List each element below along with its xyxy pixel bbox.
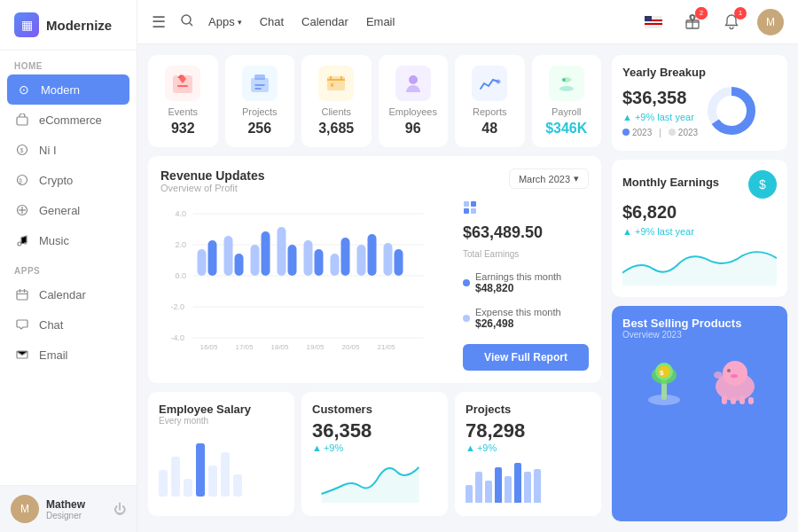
customers-value: 36,358: [312, 419, 437, 442]
user-role: Designer: [46, 511, 106, 520]
projects-icon: [242, 66, 278, 101]
svg-point-80: [731, 374, 738, 378]
revenue-total: $63,489.50: [463, 223, 589, 242]
clients-label: Clients: [321, 106, 351, 117]
nav-avatar[interactable]: M: [757, 9, 784, 35]
gift-icon[interactable]: 2 2: [679, 9, 706, 35]
date-filter[interactable]: March 2023 ▾: [509, 168, 589, 189]
search-icon[interactable]: [180, 13, 194, 31]
monthly-title: Monthly Earnings: [622, 176, 719, 189]
projects-stat-value: 78,298: [466, 419, 591, 442]
svg-rect-20: [645, 16, 652, 21]
events-label: Events: [168, 106, 198, 117]
topnav-chat[interactable]: Chat: [260, 15, 284, 28]
svg-rect-52: [315, 249, 324, 276]
payroll-value: $346K: [545, 121, 587, 137]
svg-text:21/05: 21/05: [378, 343, 396, 351]
sidebar-item-label: Chat: [39, 318, 63, 332]
best-selling-images: $: [622, 347, 777, 409]
projects-value: 256: [247, 121, 271, 137]
logout-button[interactable]: ⏻: [113, 502, 126, 516]
sidebar-item-label: Crypto: [39, 174, 73, 187]
yearly-title: Yearly Breakup: [622, 66, 777, 79]
sidebar-item-calendar[interactable]: Calendar: [0, 279, 137, 309]
modern-icon: ⊙: [16, 82, 32, 98]
view-report-button[interactable]: View Full Report: [463, 344, 589, 371]
projects-stat-title: Projects: [466, 403, 591, 416]
topnav-right: 2 2 1 M: [640, 9, 784, 35]
logo-icon: ▦: [14, 12, 39, 37]
svg-rect-66: [471, 201, 476, 207]
payroll-label: Payroll: [552, 106, 582, 117]
monthly-change: ▲ +9% last year: [622, 226, 777, 237]
revenue-title: Revenue Updates: [160, 168, 264, 183]
svg-text:2.0: 2.0: [176, 240, 187, 249]
svg-rect-50: [288, 245, 297, 276]
revenue-body: 4.0 2.0 0.0 -2.0 -4.0: [160, 200, 589, 371]
svg-rect-83: [739, 395, 745, 404]
sidebar-item-modern[interactable]: ⊙ Modern: [7, 74, 129, 105]
employee-salary-title: Employee Salary: [159, 403, 284, 416]
svg-point-15: [182, 15, 191, 24]
monthly-icon: $: [748, 170, 777, 199]
svg-rect-84: [748, 397, 754, 404]
product-piggy-icon: [704, 347, 766, 409]
sidebar-item-ecommerce[interactable]: eCommerce: [0, 105, 137, 135]
customers-card: Customers 36,358 ▲ +9%: [301, 392, 448, 516]
sidebar-item-email[interactable]: Email: [0, 340, 137, 370]
gift-badge: 2: [695, 7, 708, 20]
svg-rect-57: [384, 243, 393, 276]
sidebar-item-music[interactable]: Music: [0, 225, 137, 255]
sidebar-item-label: Modern: [41, 83, 80, 97]
yearly-breakup-card: Yearly Breakup $36,358 ▲ +9% last year 2…: [612, 55, 787, 151]
svg-point-85: [714, 372, 723, 379]
expense-dot: [463, 315, 470, 322]
sidebar-item-chat[interactable]: Chat: [0, 309, 137, 340]
logo-text: Modernize: [46, 18, 112, 33]
employees-icon: [395, 66, 431, 101]
revenue-header: Revenue Updates Overview of Profit March…: [160, 168, 589, 193]
sidebar-item-ni[interactable]: $ Ni I: [0, 135, 137, 165]
svg-rect-0: [17, 117, 27, 125]
svg-rect-65: [464, 201, 469, 207]
arrow-up-icon: ▲: [312, 442, 322, 453]
app-container: ▦ Modernize HOME ⊙ Modern eCommerce $ Ni…: [0, 0, 798, 532]
events-value: 932: [171, 121, 195, 137]
svg-text:-4.0: -4.0: [171, 333, 185, 342]
apps-section-label: APPS: [0, 255, 137, 279]
yearly-info: $36,358 ▲ +9% last year 2023 | 2023: [622, 88, 698, 137]
chat-icon: [14, 317, 30, 332]
bell-badge: 1: [734, 7, 747, 20]
revenue-total-label: Total Earnings: [463, 249, 589, 259]
revenue-card: Revenue Updates Overview of Profit March…: [148, 156, 601, 383]
stat-card-events: Events 932: [148, 55, 218, 147]
customers-change: ▲ +9%: [312, 442, 437, 453]
bell-icon[interactable]: 1: [718, 9, 745, 35]
reports-value: 48: [481, 121, 497, 137]
topnav-apps[interactable]: Apps ▾: [208, 15, 242, 28]
sidebar-item-general[interactable]: General: [0, 195, 137, 225]
yearly-body: $36,358 ▲ +9% last year 2023 | 2023: [622, 84, 777, 140]
sidebar-item-crypto[interactable]: ₿ Crypto: [0, 165, 137, 195]
svg-text:17/05: 17/05: [236, 343, 254, 351]
topnav-calendar[interactable]: Calendar: [301, 15, 348, 28]
bottom-row: Employee Salary Every month: [148, 392, 601, 516]
projects-stat-card: Projects 78,298 ▲ +9%: [455, 392, 601, 516]
employees-value: 96: [405, 121, 421, 137]
svg-rect-54: [341, 238, 350, 276]
stat-card-payroll: Payroll $346K: [532, 55, 602, 147]
svg-rect-68: [471, 208, 476, 214]
expense-detail: Expense this month $26,498: [463, 307, 589, 330]
topnav: ☰ Apps ▾ Chat Calendar Email 2 2: [137, 0, 798, 44]
sidebar: ▦ Modernize HOME ⊙ Modern eCommerce $ Ni…: [0, 0, 137, 532]
revenue-subtitle: Overview of Profit: [160, 183, 264, 193]
sidebar-logo: ▦ Modernize: [0, 0, 137, 51]
employee-salary-sub: Every month: [159, 416, 284, 426]
menu-icon[interactable]: ☰: [152, 12, 166, 32]
sidebar-item-label: Ni I: [39, 144, 57, 157]
topnav-email[interactable]: Email: [366, 15, 395, 28]
svg-rect-44: [208, 240, 217, 276]
flag-icon[interactable]: [640, 9, 667, 35]
projects-chart: [466, 458, 591, 503]
sidebar-item-label: Email: [39, 348, 68, 362]
